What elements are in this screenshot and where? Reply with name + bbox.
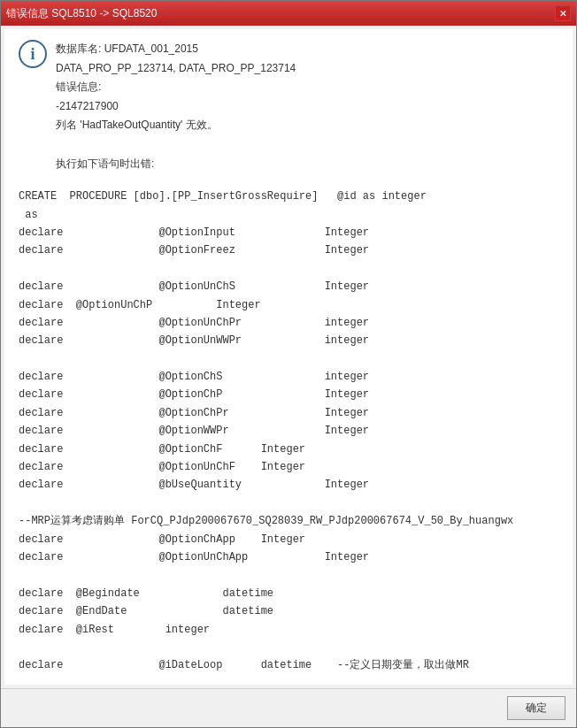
close-button[interactable]: ✕ (555, 5, 571, 21)
error-msg: 列名 'HadTakeOutQuantity' 无效。 (56, 116, 296, 135)
code-line (19, 260, 558, 278)
info-text: 数据库名: UFDATA_001_2015 DATA_PRO_PP_123714… (56, 40, 296, 173)
code-line (19, 639, 558, 656)
code-line: as (19, 206, 558, 224)
code-line: declare @OptionInput Integer (19, 224, 558, 241)
code-line: declare @OptionUnChS Integer (19, 278, 558, 295)
title-bar: 错误信息 SQL8510 -> SQL8520 ✕ (1, 1, 576, 26)
code-line: declare @iDateLoop datetime --定义日期变量，取出做… (19, 656, 558, 674)
window-title: 错误信息 SQL8510 -> SQL8520 (6, 6, 157, 21)
window: 错误信息 SQL8510 -> SQL8520 ✕ i 数据库名: UFDATA… (0, 0, 577, 728)
error-code: -2147217900 (56, 97, 296, 117)
title-bar-controls: ✕ (555, 5, 571, 21)
code-line: CREATE PROCEDURE [dbo].[PP_InsertGrossRe… (19, 188, 558, 205)
code-line: declare @OptionChApp Integer (19, 531, 558, 548)
code-line: declare @Begindate datetime (19, 585, 558, 602)
code-line: declare @OptionUnChApp Integer (19, 548, 558, 566)
code-line: declare @OptionChS integer (19, 368, 558, 386)
code-line: declare @OptionWWPr Integer (19, 422, 558, 440)
code-line: declare @OptionUnChPr integer (19, 314, 558, 332)
code-line: declare @OptionUnChP Integer (19, 296, 558, 314)
code-line: declare @OptionUnWWPr integer (19, 332, 558, 349)
info-section: i 数据库名: UFDATA_001_2015 DATA_PRO_PP_1237… (19, 40, 558, 173)
footer: 确定 (1, 688, 576, 727)
code-line: declare @OptionChP Integer (19, 386, 558, 403)
code-line (19, 566, 558, 584)
code-line: --MRP运算考虑请购单 ForCQ_PJdp200067670_SQ28039… (19, 512, 558, 530)
content-area: i 数据库名: UFDATA_001_2015 DATA_PRO_PP_1237… (4, 29, 573, 685)
ok-button[interactable]: 确定 (507, 696, 565, 720)
code-line: declare @OptionChPr Integer (19, 404, 558, 422)
code-line: declare @OptionFreez Integer (19, 241, 558, 259)
exec-label: 执行如下语句时出错: (56, 155, 296, 174)
code-line: declare @bUseQuantity Integer (19, 476, 558, 494)
code-line: declare @OptionUnChF Integer (19, 458, 558, 476)
code-line (19, 350, 558, 368)
data-pro: DATA_PRO_PP_123714, DATA_PRO_PP_123714 (56, 59, 296, 79)
code-line: declare @OptionChF Integer (19, 441, 558, 458)
db-label: 数据库名: UFDATA_001_2015 (56, 40, 296, 59)
code-line: declare @iRest integer (19, 621, 558, 639)
error-label: 错误信息: (56, 78, 296, 97)
code-area: CREATE PROCEDURE [dbo].[PP_InsertGrossRe… (19, 188, 558, 674)
code-line (19, 494, 558, 512)
info-icon: i (19, 40, 47, 68)
code-line: declare @EndDate datetime (19, 602, 558, 620)
